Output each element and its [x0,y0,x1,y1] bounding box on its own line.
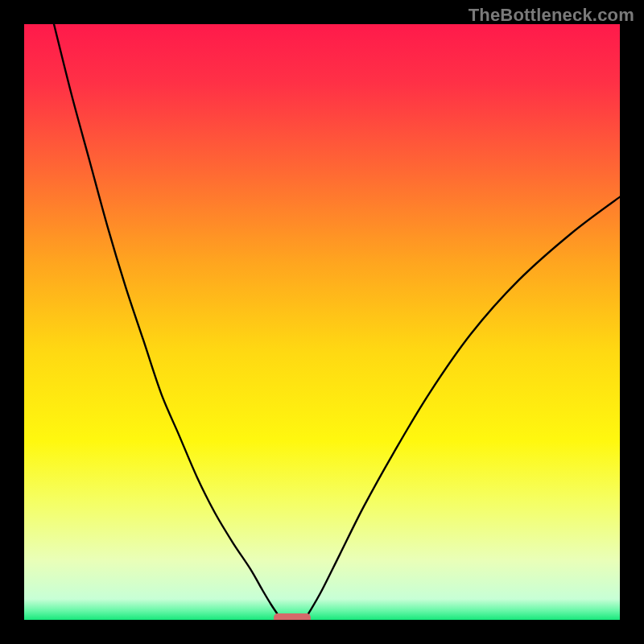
frame: TheBottleneck.com [0,0,644,644]
bottleneck-chart [24,24,620,620]
plot-area [24,24,620,620]
bottleneck-marker [274,613,311,620]
gradient-background [24,24,620,620]
watermark-text: TheBottleneck.com [469,5,634,26]
